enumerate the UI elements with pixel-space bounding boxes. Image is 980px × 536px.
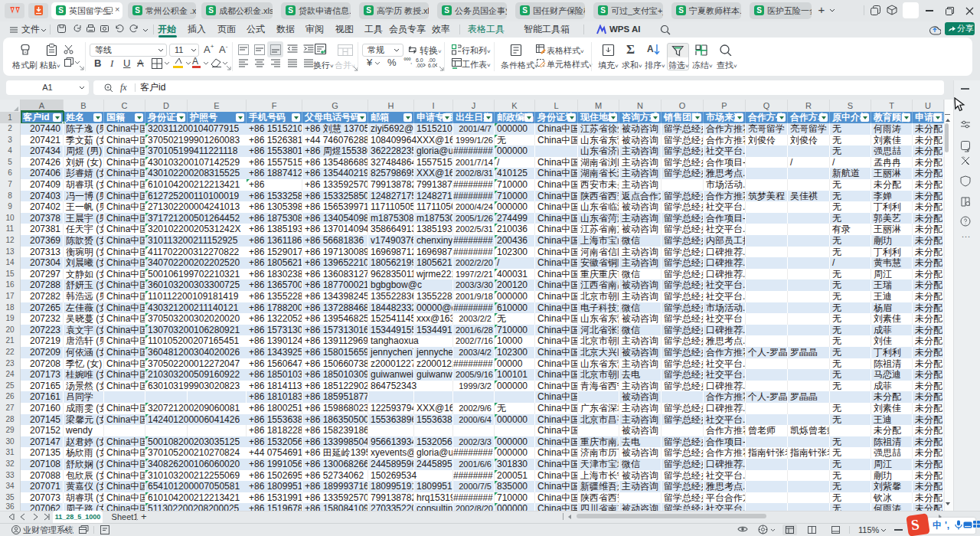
svg-text:6.0: 6.0 [416, 57, 423, 63]
svg-text:6.0: 6.0 [428, 63, 436, 67]
svg-text:.00: .00 [428, 57, 436, 63]
svg-text:.00: .00 [416, 63, 423, 67]
